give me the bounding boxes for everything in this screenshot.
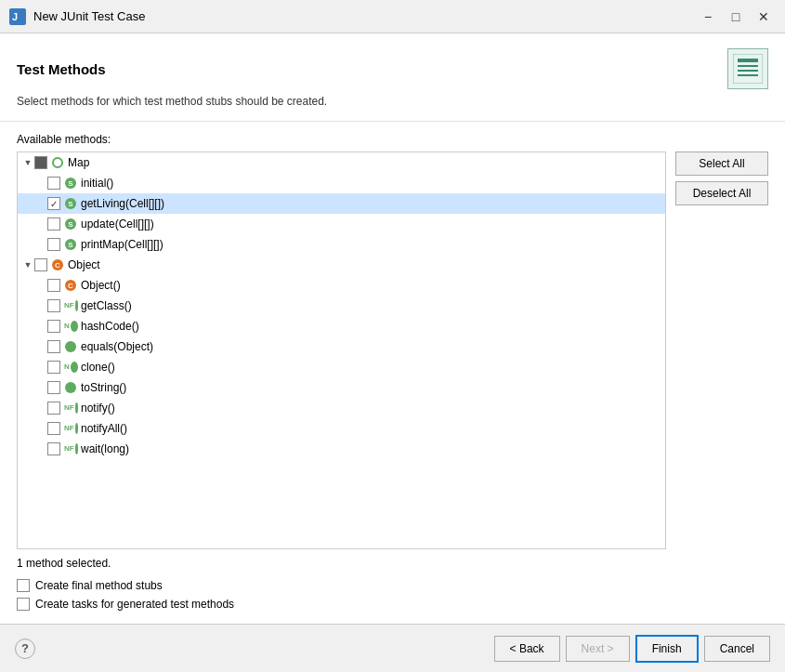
tree-row[interactable]: N hashCode() [18,316,665,336]
class-icon: C [50,257,65,272]
method-icon: S [63,196,78,211]
tree-row[interactable]: toString() [18,377,665,398]
methods-tree[interactable]: ▼ Map S initial() [17,152,666,549]
method-icon: NF [63,421,78,436]
tree-item-label: clone() [81,361,115,374]
tree-checkbox[interactable] [47,177,60,190]
tree-checkbox[interactable] [47,238,60,251]
tree-item-label: getLiving(Cell[][]) [81,197,164,210]
tree-row[interactable]: equals(Object) [18,336,665,357]
app-icon: J [9,8,26,25]
subtitle: Select methods for which test method stu… [17,95,768,108]
cancel-button[interactable]: Cancel [704,636,770,662]
tree-item-label: Map [68,156,89,169]
tree-row[interactable]: N clone() [18,357,665,377]
tree-row[interactable]: S update(Cell[][]) [18,214,665,234]
tree-item-label: Object [68,258,100,271]
svg-rect-6 [738,74,758,76]
method-icon [63,339,78,354]
tree-checkbox[interactable] [47,402,60,415]
tree-row[interactable]: NF getClass() [18,296,665,316]
method-icon: NF [63,401,78,415]
close-button[interactable]: ✕ [752,7,776,26]
method-icon: N [63,319,78,334]
tree-row[interactable]: NF wait(long) [18,439,665,459]
tree-row[interactable]: S printMap(Cell[][]) [18,234,665,255]
deselect-all-button[interactable]: Deselect All [675,181,768,205]
method-icon: S [63,237,78,252]
status-area: 1 method selected. [17,549,768,575]
tree-checkbox[interactable] [47,217,60,231]
method-icon: NF [63,441,78,456]
interface-icon [50,155,65,170]
expand-arrow[interactable]: ▼ [21,258,34,271]
method-icon: C [63,278,78,293]
tree-checkbox[interactable] [47,381,60,394]
tree-checkbox[interactable]: ✓ [47,197,60,210]
side-buttons: Select All Deselect All [675,152,768,549]
tree-row[interactable]: ▼ C Object [18,255,665,275]
expand-arrow[interactable]: ▼ [21,156,34,169]
tasks-label: Create tasks for generated test methods [35,598,234,611]
select-all-button[interactable]: Select All [675,152,768,176]
back-button[interactable]: < Back [494,636,560,662]
window-controls: − □ ✕ [696,7,776,26]
finish-button[interactable]: Finish [635,635,699,663]
tasks-checkbox[interactable] [17,598,30,611]
tree-item-label: update(Cell[][]) [81,217,154,231]
help-button[interactable]: ? [15,639,35,659]
tree-row[interactable]: NF notify() [18,398,665,418]
svg-rect-2 [733,54,763,84]
page-header: Test Methods [17,48,768,89]
tree-item-label: notifyAll() [81,422,127,435]
option-tasks: Create tasks for generated test methods [17,598,768,611]
methods-area: ▼ Map S initial() [17,152,768,549]
next-button[interactable]: Next > [566,636,630,662]
final-stubs-checkbox[interactable] [17,579,30,592]
method-icon: NF [63,298,78,313]
titlebar: J New JUnit Test Case − □ ✕ [0,0,785,33]
tree-item-label: toString() [81,381,126,394]
tree-checkbox[interactable] [47,279,60,292]
titlebar-title: New JUnit Test Case [33,9,696,23]
dialog-content: Test Methods Select methods for which te… [0,33,785,624]
final-stubs-label: Create final method stubs [35,579,163,592]
tree-row[interactable]: C Object() [18,275,665,296]
available-label-container: Available methods: [17,122,768,152]
method-icon: S [63,217,78,231]
minimize-button[interactable]: − [696,7,720,26]
footer: ? < Back Next > Finish Cancel [0,624,785,672]
method-icon: S [63,176,78,191]
restore-button[interactable]: □ [724,7,748,26]
tree-item-label: initial() [81,177,113,190]
tree-item-label: hashCode() [81,320,139,333]
tree-item-label: Object() [81,279,121,292]
tree-row[interactable]: ✓ S getLiving(Cell[][]) [18,193,665,214]
tree-checkbox[interactable] [47,320,60,333]
tree-checkbox[interactable] [47,361,60,374]
tree-checkbox[interactable] [47,340,60,353]
tree-checkbox[interactable] [34,156,47,169]
status-text: 1 method selected. [17,557,111,570]
page-icon [727,48,768,89]
available-methods-label: Available methods: [17,133,768,146]
tree-item-label: printMap(Cell[][]) [81,238,164,251]
tree-checkbox[interactable] [34,258,47,271]
tree-checkbox[interactable] [47,299,60,312]
svg-rect-3 [738,59,758,62]
tree-item-label: equals(Object) [81,340,153,353]
tree-row[interactable]: NF notifyAll() [18,418,665,439]
tree-item-label: notify() [81,402,115,415]
svg-text:J: J [12,11,18,22]
tree-item-label: wait(long) [81,442,129,455]
method-icon: N [63,360,78,375]
tree-checkbox[interactable] [47,442,60,455]
svg-rect-4 [738,65,758,67]
tree-item-label: getClass() [81,299,132,312]
tree-row[interactable]: ▼ Map [18,152,665,173]
option-final-stubs: Create final method stubs [17,579,768,592]
options-area: Create final method stubs Create tasks f… [17,575,768,624]
tree-row[interactable]: S initial() [18,173,665,193]
tree-checkbox[interactable] [47,422,60,435]
page-title: Test Methods [17,61,106,77]
